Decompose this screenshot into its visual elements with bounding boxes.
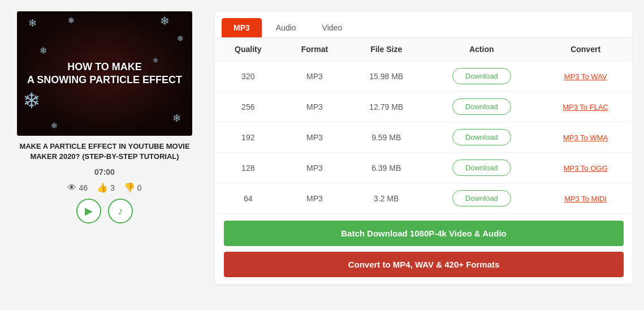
snowflake-icon: ❄	[51, 121, 58, 130]
download-table: Quality Format File Size Action Convert …	[215, 38, 633, 214]
cell-filesize: 3.2 MB	[348, 183, 425, 214]
thumbnail-line1: HOW TO MAKE	[27, 61, 182, 74]
dislikes-count: 0	[137, 183, 142, 192]
convert-link[interactable]: MP3 To FLAC	[563, 103, 608, 111]
col-quality: Quality	[215, 38, 282, 61]
snowflake-icon: ❄	[172, 112, 181, 124]
table-row: 64 MP3 3.2 MB Download MP3 To MIDI	[215, 183, 633, 214]
cell-convert: MP3 To FLAC	[538, 92, 633, 122]
batch-download-button[interactable]: Batch Download 1080P-4k Video & Audio	[224, 221, 624, 246]
table-row: 256 MP3 12.79 MB Download MP3 To FLAC	[215, 92, 633, 122]
play-icon: ▶	[85, 205, 93, 217]
cell-convert: MP3 To OGG	[538, 153, 633, 183]
tab-mp3[interactable]: MP3	[222, 18, 262, 37]
action-buttons: ▶ ♪	[76, 199, 133, 223]
col-action: Action	[425, 38, 538, 61]
cell-quality: 64	[215, 183, 282, 214]
cell-quality: 128	[215, 153, 282, 183]
table-row: 192 MP3 9.59 MB Download MP3 To WMA	[215, 122, 633, 153]
convert-link[interactable]: MP3 To MIDI	[564, 195, 607, 203]
snowflake-icon: ❄	[68, 16, 75, 25]
tab-audio[interactable]: Audio	[264, 18, 308, 37]
cell-convert: MP3 To MIDI	[538, 183, 633, 214]
convert-format-button[interactable]: Convert to MP4, WAV & 420+ Formats	[224, 252, 624, 277]
table-container: Quality Format File Size Action Convert …	[215, 38, 633, 214]
cell-format: MP3	[282, 183, 348, 214]
bottom-buttons: Batch Download 1080P-4k Video & Audio Co…	[215, 214, 633, 284]
snowflake-icon: ❄	[177, 34, 184, 43]
col-convert: Convert	[538, 38, 633, 61]
cell-convert: MP3 To WAV	[538, 61, 633, 92]
video-title: MAKE A PARTICLE EFFECT IN YOUTUBE MOVIE …	[17, 141, 192, 162]
left-panel: ❄ ❄ ❄ ❄ ❄ ❄ ❄ ❄ ❄ HOW TO MAKE A SNOWING …	[11, 11, 198, 223]
play-button[interactable]: ▶	[76, 199, 101, 223]
thumbnail-text: HOW TO MAKE A SNOWING PARTICLE EFFECT	[21, 55, 188, 93]
download-button[interactable]: Download	[452, 160, 511, 176]
convert-link[interactable]: MP3 To WMA	[563, 134, 608, 142]
snowflake-icon: ❄	[28, 17, 37, 29]
tab-video[interactable]: Video	[310, 18, 355, 37]
thumbs-up-icon: 👍	[97, 182, 108, 193]
cell-format: MP3	[282, 92, 348, 122]
likes-stat: 👍 3	[97, 182, 115, 193]
cell-filesize: 9.59 MB	[348, 122, 425, 153]
download-button[interactable]: Download	[452, 98, 511, 115]
cell-filesize: 6.39 MB	[348, 153, 425, 183]
right-panel: MP3 Audio Video Quality Format File Size…	[215, 11, 633, 284]
cell-action: Download	[425, 183, 538, 214]
cell-format: MP3	[282, 61, 348, 92]
music-button[interactable]: ♪	[108, 199, 133, 223]
cell-quality: 192	[215, 122, 282, 153]
views-stat: 👁 46	[67, 183, 88, 193]
snowflake-icon: ❄	[160, 14, 170, 28]
likes-count: 3	[110, 183, 115, 192]
cell-convert: MP3 To WMA	[538, 122, 633, 153]
cell-action: Download	[425, 61, 538, 92]
cell-filesize: 15.98 MB	[348, 61, 425, 92]
music-icon: ♪	[118, 205, 123, 217]
cell-quality: 256	[215, 92, 282, 122]
cell-format: MP3	[282, 153, 348, 183]
thumbs-down-icon: 👎	[124, 182, 135, 193]
dislikes-stat: 👎 0	[124, 182, 142, 193]
cell-format: MP3	[282, 122, 348, 153]
cell-action: Download	[425, 153, 538, 183]
col-format: Format	[282, 38, 348, 61]
table-header-row: Quality Format File Size Action Convert	[215, 38, 633, 61]
col-filesize: File Size	[348, 38, 425, 61]
convert-link[interactable]: MP3 To OGG	[564, 164, 608, 173]
cell-filesize: 12.79 MB	[348, 92, 425, 122]
download-button[interactable]: Download	[452, 68, 511, 84]
video-duration: 07:00	[94, 167, 115, 176]
download-button[interactable]: Download	[452, 129, 511, 145]
video-stats: 👁 46 👍 3 👎 0	[67, 182, 141, 193]
convert-link[interactable]: MP3 To WAV	[564, 72, 607, 81]
cell-action: Download	[425, 122, 538, 153]
video-thumbnail: ❄ ❄ ❄ ❄ ❄ ❄ ❄ ❄ ❄ HOW TO MAKE A SNOWING …	[17, 11, 192, 136]
table-row: 320 MP3 15.98 MB Download MP3 To WAV	[215, 61, 633, 92]
eye-icon: 👁	[67, 183, 76, 193]
tab-bar: MP3 Audio Video	[215, 11, 633, 38]
thumbnail-line2: A SNOWING PARTICLE EFFECT	[27, 74, 182, 87]
views-count: 46	[79, 183, 88, 192]
download-button[interactable]: Download	[452, 190, 511, 206]
cell-action: Download	[425, 92, 538, 122]
cell-quality: 320	[215, 61, 282, 92]
table-row: 128 MP3 6.39 MB Download MP3 To OGG	[215, 153, 633, 183]
